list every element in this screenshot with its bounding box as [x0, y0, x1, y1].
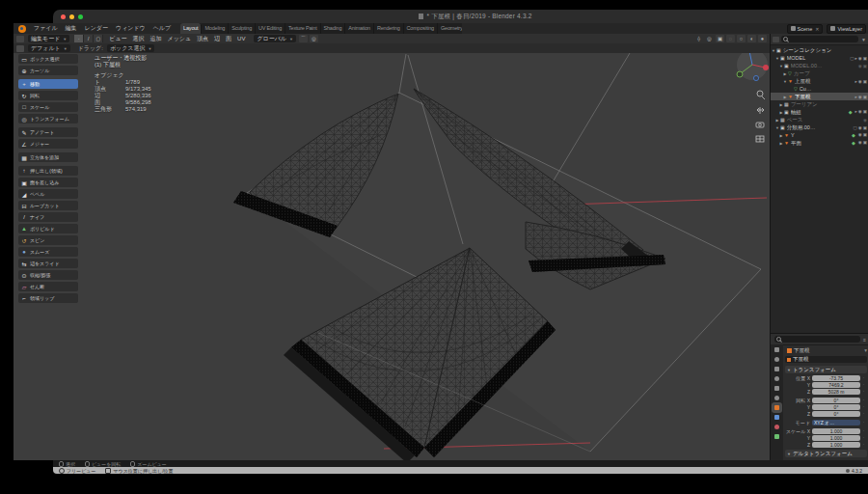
- hide-icon[interactable]: ◉: [858, 56, 862, 61]
- mode-dropdown[interactable]: 編集モード▼: [28, 35, 69, 42]
- tab-output[interactable]: [773, 366, 780, 372]
- tool-scale[interactable]: □スケール: [18, 102, 78, 112]
- tool-smooth[interactable]: ●スムーズ: [18, 247, 78, 257]
- animate-dot-icon[interactable]: ·: [860, 420, 867, 425]
- tab-sculpting[interactable]: Sculpting: [229, 23, 256, 34]
- menu-file[interactable]: ファイル: [30, 24, 62, 33]
- outliner-row[interactable]: ▶▣軸組◆▸◉▣: [771, 108, 868, 116]
- rotation-x-field[interactable]: 0°: [812, 398, 860, 403]
- hide-icon[interactable]: ◉: [858, 125, 862, 130]
- minimize-window-button[interactable]: [69, 14, 74, 19]
- tool-extrude-region[interactable]: ↑押し出し(領域): [18, 166, 78, 176]
- modifier-icon[interactable]: ◆: [852, 140, 855, 146]
- menu-edge[interactable]: 辺: [211, 35, 223, 43]
- menu-uv[interactable]: UV: [234, 36, 248, 41]
- hide-icon[interactable]: ◉: [858, 140, 862, 146]
- select-toggle-icon[interactable]: ▸: [855, 56, 857, 61]
- hide-icon[interactable]: ◉: [858, 109, 862, 115]
- gizmo-dropdown-icon[interactable]: ⟠: [694, 35, 703, 42]
- rotation-z-field[interactable]: 0°: [812, 411, 860, 417]
- xray-toggle-icon[interactable]: ▣: [716, 35, 724, 42]
- animate-dot-icon[interactable]: ·: [860, 442, 867, 447]
- delta-transform-panel-header[interactable]: ▼デルタトランスフォーム: [785, 450, 867, 457]
- tab-tool[interactable]: [773, 346, 780, 353]
- tab-layout[interactable]: Layout: [180, 23, 202, 34]
- drag-mode-dropdown[interactable]: ボックス選択▼: [107, 44, 155, 52]
- camera-icon[interactable]: ▣: [863, 140, 867, 146]
- animate-dot-icon[interactable]: ·: [860, 404, 867, 409]
- window-titlebar[interactable]: * 下屋根 | 春日/2019 - Blender 4.3.2: [53, 10, 868, 23]
- animate-dot-icon[interactable]: ·: [860, 435, 867, 440]
- snap-magnet-icon[interactable]: ⌒: [299, 35, 308, 42]
- outliner-row[interactable]: ▶▼Y◆◉▣: [771, 131, 868, 139]
- orientation-dropdown[interactable]: グローバル▼: [254, 35, 296, 42]
- hide-icon[interactable]: ◉: [858, 64, 862, 69]
- animate-dot-icon[interactable]: ·: [860, 382, 867, 387]
- scale-z-field[interactable]: 1.000: [812, 442, 860, 448]
- menu-help[interactable]: ヘルプ: [149, 24, 175, 33]
- exclude-checkbox-icon[interactable]: ▢: [854, 125, 857, 130]
- hide-icon[interactable]: ◉: [858, 79, 862, 84]
- menu-add[interactable]: 追加: [148, 35, 165, 43]
- menu-select[interactable]: 選択: [130, 35, 148, 43]
- animate-dot-icon[interactable]: ·: [860, 411, 867, 416]
- menu-render[interactable]: レンダー: [81, 24, 112, 33]
- modifier-icon[interactable]: ◆: [849, 109, 853, 115]
- outliner-row[interactable]: ▶▼平面◆◉▣: [771, 139, 868, 147]
- menu-vertex[interactable]: 頂点: [194, 35, 211, 43]
- outliner-row[interactable]: ▼▣MODEL▢▸◉▣: [771, 54, 868, 62]
- tab-texture-paint[interactable]: Texture Paint: [285, 23, 321, 34]
- view-layer-selector[interactable]: ViewLayer: [827, 24, 866, 34]
- tool-spin[interactable]: ↺スピン: [18, 235, 78, 245]
- location-z-field[interactable]: 5028 m: [812, 389, 860, 395]
- tool-move[interactable]: +移動: [18, 79, 78, 89]
- menu-view[interactable]: ビュー: [106, 35, 129, 43]
- tool-knife[interactable]: /ナイフ: [18, 212, 78, 222]
- scale-x-field[interactable]: 1.000: [812, 428, 860, 434]
- animate-dot-icon[interactable]: ·: [860, 428, 867, 433]
- animate-dot-icon[interactable]: ·: [860, 398, 867, 402]
- select-toggle-icon[interactable]: ▸: [855, 95, 857, 99]
- menu-window[interactable]: ウィンドウ: [112, 24, 149, 33]
- edge-select-icon[interactable]: /: [84, 35, 94, 42]
- camera-icon[interactable]: ▣: [863, 95, 867, 99]
- camera-icon[interactable]: ▣: [863, 79, 867, 84]
- menu-mesh[interactable]: メッシュ: [165, 35, 195, 43]
- object-name-field[interactable]: 下屋根: [785, 356, 867, 363]
- location-x-field[interactable]: -73.75: [812, 375, 860, 381]
- face-select-icon[interactable]: ▢: [94, 35, 103, 42]
- tab-physics[interactable]: [773, 424, 780, 430]
- tool-bevel[interactable]: ◢ベベル: [18, 189, 78, 199]
- outliner-row[interactable]: ▶▦ベース◉: [771, 116, 868, 124]
- scene-selector[interactable]: Scene✕: [787, 24, 824, 34]
- transform-panel-header[interactable]: ▼トランスフォーム: [785, 366, 867, 373]
- shading-rendered-icon[interactable]: ●: [758, 35, 767, 42]
- tab-modifiers[interactable]: [773, 414, 780, 421]
- camera-icon[interactable]: ▣: [863, 64, 867, 69]
- tab-object[interactable]: [773, 404, 780, 411]
- properties-search-input[interactable]: [774, 336, 860, 343]
- vertex-select-icon[interactable]: ∙: [74, 35, 84, 42]
- outliner-row[interactable]: ▶▦ブーリアン: [771, 100, 868, 108]
- camera-icon[interactable]: ▣: [863, 132, 867, 138]
- camera-icon[interactable]: ▣: [863, 109, 867, 115]
- select-toggle-icon[interactable]: ▸: [855, 109, 857, 115]
- tab-modeling[interactable]: Modeling: [202, 23, 229, 34]
- outliner-row[interactable]: ▼▣シーンコレクション: [771, 46, 868, 54]
- tool-box-select[interactable]: ▭ボックス選択: [18, 54, 78, 64]
- outliner-row-selected[interactable]: ▶▼下屋根▸◉▣: [771, 93, 868, 100]
- tool-loop-cut[interactable]: ⊟ループカット: [18, 201, 78, 210]
- blender-logo-icon[interactable]: [18, 25, 26, 33]
- outliner-row[interactable]: ▼▣分類用.00…▢◉▣: [771, 124, 868, 131]
- tool-rotate[interactable]: ↻回転: [18, 91, 78, 100]
- clear-scene-icon[interactable]: ✕: [815, 26, 819, 32]
- menu-edit[interactable]: 編集: [62, 24, 81, 33]
- tab-object-data[interactable]: [773, 433, 780, 440]
- outliner-row[interactable]: ▶▽カーブ: [771, 69, 868, 77]
- overlays-icon[interactable]: ◎: [705, 35, 714, 42]
- shading-material-icon[interactable]: ◐: [747, 35, 756, 42]
- tool-rip-region[interactable]: ⌐領域リップ: [18, 293, 78, 303]
- tab-scene[interactable]: [773, 385, 780, 392]
- shading-wireframe-icon[interactable]: ◌: [726, 35, 735, 42]
- tab-rendering[interactable]: Rendering: [374, 23, 404, 34]
